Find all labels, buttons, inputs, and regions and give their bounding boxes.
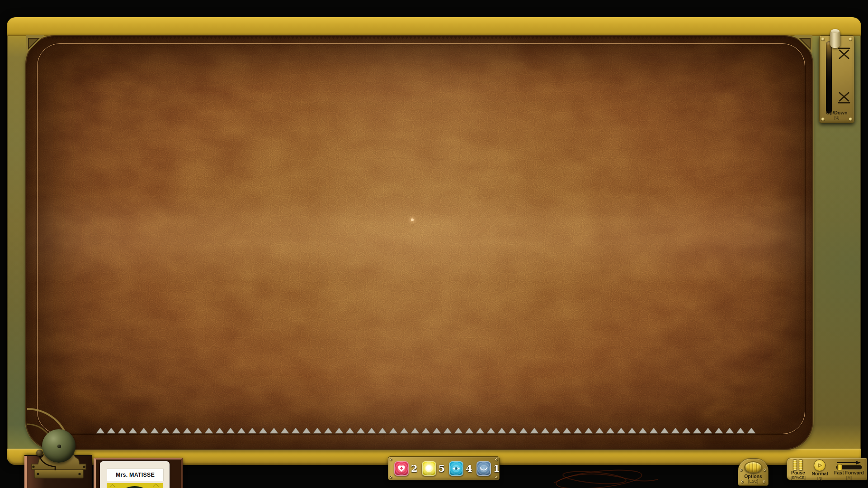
options-label: Options bbox=[744, 474, 762, 479]
rivet-icon bbox=[849, 38, 852, 41]
eye-icon bbox=[449, 461, 463, 476]
character-name: Mrs. MATISSE bbox=[116, 472, 155, 478]
heart-plus-icon bbox=[394, 461, 409, 476]
screw-icon bbox=[495, 476, 498, 479]
character-name-plate: Mrs. MATISSE bbox=[107, 469, 164, 481]
character-portrait-head bbox=[124, 486, 146, 488]
health-count: 2 bbox=[411, 463, 418, 474]
fast-forward-slider[interactable] bbox=[836, 460, 862, 470]
fast-forward-control[interactable]: Fast Forward [M] bbox=[834, 460, 864, 480]
counter-health: 2 bbox=[394, 461, 418, 476]
normal-label: Normal bbox=[811, 471, 828, 476]
character-card-art bbox=[107, 483, 163, 488]
character-card-tray: Mrs. MATISSE bbox=[94, 458, 183, 488]
options-panel: Options [ESC] bbox=[738, 458, 769, 486]
counter-vision: 4 bbox=[449, 461, 472, 476]
options-key: [ESC] bbox=[748, 479, 758, 483]
corner-ornament-left bbox=[26, 35, 45, 54]
pause-icon bbox=[792, 460, 804, 470]
counter-sleep: 1 bbox=[476, 461, 500, 476]
board-pinstripe-border bbox=[37, 43, 805, 434]
screw-icon bbox=[495, 458, 498, 461]
normal-speed-button[interactable]: Normal [N] bbox=[811, 460, 828, 480]
resource-counter-panel: 2 5 4 1 bbox=[388, 456, 500, 480]
normal-key: [N] bbox=[817, 476, 822, 481]
card-art-triangle bbox=[153, 483, 159, 488]
corner-ornament-right bbox=[793, 35, 812, 54]
updown-slider-groove[interactable] bbox=[826, 41, 832, 114]
rivet-icon bbox=[821, 38, 825, 41]
screw-icon bbox=[764, 469, 766, 471]
updown-labels: Up/Down [U] bbox=[820, 110, 854, 120]
screw-icon bbox=[741, 480, 744, 483]
updown-key: [U] bbox=[820, 115, 854, 120]
fast-forward-groove[interactable] bbox=[836, 465, 862, 469]
teeth-row bbox=[95, 427, 756, 434]
character-card[interactable]: Mrs. MATISSE bbox=[100, 461, 170, 488]
sleep-count: 1 bbox=[493, 463, 500, 474]
fast-forward-key: [M] bbox=[846, 475, 852, 480]
pause-key: [SPACE] bbox=[791, 475, 806, 480]
updown-panel: Up/Down [U] bbox=[819, 35, 854, 123]
collapse-bottom-icon bbox=[837, 91, 851, 104]
screw-icon bbox=[763, 480, 765, 483]
pause-button[interactable]: Pause [SPACE] bbox=[791, 460, 806, 480]
updown-label: Up/Down bbox=[820, 110, 854, 115]
fast-forward-label: Fast Forward bbox=[834, 470, 864, 475]
fast-forward-knob[interactable] bbox=[837, 464, 842, 470]
energy-count: 5 bbox=[439, 463, 445, 474]
screw-icon bbox=[740, 469, 743, 471]
scribble-decoration bbox=[540, 462, 660, 488]
playback-panel: Pause [SPACE] Normal [N] Fast Forward [M… bbox=[787, 458, 867, 480]
glow-orb-icon bbox=[422, 461, 436, 476]
closed-eye-icon bbox=[476, 461, 491, 476]
board-center-marker bbox=[411, 218, 414, 221]
bell-knob bbox=[57, 445, 61, 448]
card-art-triangle bbox=[109, 484, 115, 488]
collapse-top-icon bbox=[837, 47, 851, 60]
updown-slider-knob[interactable] bbox=[830, 29, 840, 48]
vision-count: 4 bbox=[466, 463, 472, 474]
pause-label: Pause bbox=[791, 470, 805, 475]
play-icon bbox=[814, 460, 826, 471]
frame-top-bar bbox=[7, 17, 861, 36]
counter-energy: 5 bbox=[422, 461, 445, 476]
bell[interactable] bbox=[42, 429, 75, 463]
screw-icon bbox=[390, 476, 392, 479]
bell-striker bbox=[36, 450, 43, 456]
screw-icon bbox=[390, 458, 392, 461]
options-button[interactable] bbox=[744, 461, 762, 473]
